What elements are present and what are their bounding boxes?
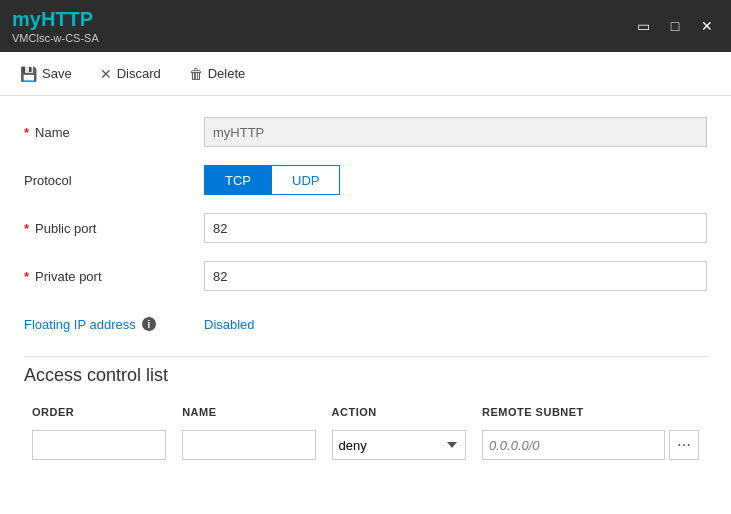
floating-ip-row: Floating IP address i Disabled	[24, 308, 707, 340]
acl-remote-subnet-cell: ⋯	[474, 426, 707, 464]
acl-name-input[interactable]	[182, 430, 315, 460]
title-bar-left: myHTTP VMClsc-w-CS-SA	[12, 8, 99, 44]
floating-ip-label: Floating IP address i	[24, 317, 204, 332]
minimize-button[interactable]: ▭	[631, 14, 655, 38]
app-title-prefix: my	[12, 8, 41, 30]
acl-order-input[interactable]	[32, 430, 166, 460]
acl-order-cell	[24, 426, 174, 464]
col-remote-subnet: REMOTE SUBNET	[474, 402, 707, 426]
delete-label: Delete	[208, 66, 246, 81]
name-row: * Name	[24, 116, 707, 148]
name-required-star: *	[24, 125, 29, 140]
title-bar: myHTTP VMClsc-w-CS-SA ▭ □ ✕	[0, 0, 731, 52]
public-port-label: * Public port	[24, 221, 204, 236]
private-port-required-star: *	[24, 269, 29, 284]
acl-action-cell: deny allow	[324, 426, 474, 464]
public-port-input[interactable]	[204, 213, 707, 243]
main-content: * Name Protocol TCP UDP * Public port	[0, 96, 731, 484]
acl-title: Access control list	[24, 365, 707, 386]
name-input[interactable]	[204, 117, 707, 147]
protocol-group: TCP UDP	[204, 165, 707, 195]
acl-table: ORDER NAME ACTION REMOTE SUBNET	[24, 402, 707, 464]
discard-icon: ✕	[100, 66, 112, 82]
col-action: ACTION	[324, 402, 474, 426]
restore-button[interactable]: □	[663, 14, 687, 38]
private-port-label: * Private port	[24, 269, 204, 284]
private-port-row: * Private port	[24, 260, 707, 292]
name-label: * Name	[24, 125, 204, 140]
save-icon: 💾	[20, 66, 37, 82]
close-button[interactable]: ✕	[695, 14, 719, 38]
app-title: myHTTP	[12, 8, 99, 31]
info-icon[interactable]: i	[142, 317, 156, 331]
save-label: Save	[42, 66, 72, 81]
protocol-field-wrap: TCP UDP	[204, 165, 707, 195]
acl-remote-subnet-input[interactable]	[482, 430, 665, 460]
toolbar: 💾 Save ✕ Discard 🗑 Delete	[0, 52, 731, 96]
tcp-button[interactable]: TCP	[204, 165, 271, 195]
acl-input-row: deny allow ⋯	[24, 426, 707, 464]
col-order: ORDER	[24, 402, 174, 426]
discard-button[interactable]: ✕ Discard	[96, 64, 165, 84]
title-controls: ▭ □ ✕	[631, 14, 719, 38]
col-name: NAME	[174, 402, 323, 426]
protocol-row: Protocol TCP UDP	[24, 164, 707, 196]
floating-ip-field-wrap: Disabled	[204, 317, 707, 332]
acl-action-select[interactable]: deny allow	[332, 430, 466, 460]
public-port-field-wrap	[204, 213, 707, 243]
delete-button[interactable]: 🗑 Delete	[185, 64, 250, 84]
protocol-label: Protocol	[24, 173, 204, 188]
section-divider	[24, 356, 707, 357]
app-subtitle: VMClsc-w-CS-SA	[12, 32, 99, 44]
public-port-required-star: *	[24, 221, 29, 236]
more-options-button[interactable]: ⋯	[669, 430, 699, 460]
private-port-field-wrap	[204, 261, 707, 291]
acl-name-cell	[174, 426, 323, 464]
private-port-input[interactable]	[204, 261, 707, 291]
delete-icon: 🗑	[189, 66, 203, 82]
public-port-row: * Public port	[24, 212, 707, 244]
remote-subnet-wrap: ⋯	[482, 430, 699, 460]
discard-label: Discard	[117, 66, 161, 81]
app-title-suffix: HTTP	[41, 8, 93, 30]
name-field-wrap	[204, 117, 707, 147]
acl-header-row: ORDER NAME ACTION REMOTE SUBNET	[24, 402, 707, 426]
udp-button[interactable]: UDP	[271, 165, 340, 195]
acl-section: Access control list ORDER NAME ACTION RE…	[24, 365, 707, 464]
floating-ip-value[interactable]: Disabled	[204, 317, 255, 332]
save-button[interactable]: 💾 Save	[16, 64, 76, 84]
